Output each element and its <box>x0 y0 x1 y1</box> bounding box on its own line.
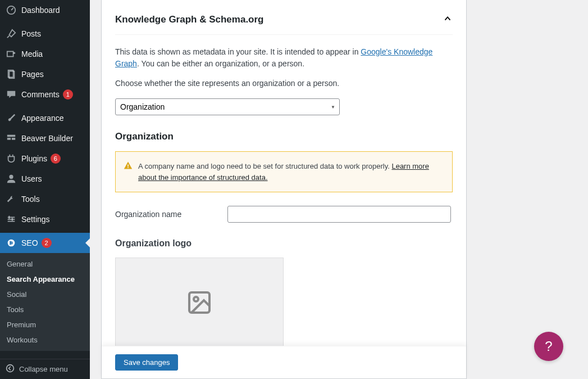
save-changes-button[interactable]: Save changes <box>115 354 178 371</box>
svg-point-8 <box>9 175 13 179</box>
svg-rect-1 <box>7 52 13 57</box>
sidebar-item-label: Settings <box>21 215 50 224</box>
settings-icon <box>6 214 17 225</box>
svg-point-14 <box>8 240 15 247</box>
structured-data-warning: A company name and logo need to be set f… <box>115 151 453 192</box>
warning-icon <box>124 161 133 173</box>
sidebar-item-label: Users <box>21 174 42 183</box>
sub-item-workouts[interactable]: Workouts <box>0 332 90 348</box>
chevron-up-icon[interactable] <box>443 13 453 25</box>
collapse-menu-button[interactable]: Collapse menu <box>0 359 90 379</box>
collapse-icon <box>6 364 15 375</box>
sidebar-item-beaver-builder[interactable]: Beaver Builder <box>0 128 90 148</box>
svg-rect-17 <box>127 167 129 168</box>
comments-badge: 1 <box>63 89 73 100</box>
plugin-icon <box>6 153 17 164</box>
tool-icon <box>6 193 17 205</box>
sidebar-item-media[interactable]: Media <box>0 44 90 64</box>
organization-name-row: Organization name <box>115 206 453 223</box>
sub-item-search-appearance[interactable]: Search Appearance <box>0 272 90 287</box>
sidebar-item-dashboard[interactable]: Dashboard <box>0 0 90 20</box>
sidebar-item-label: Tools <box>21 195 40 204</box>
pin-icon <box>6 28 17 39</box>
svg-rect-6 <box>7 138 11 140</box>
sub-item-general[interactable]: General <box>0 256 90 272</box>
organization-name-label: Organization name <box>115 210 227 219</box>
sidebar-item-settings[interactable]: Settings <box>0 209 90 229</box>
svg-rect-10 <box>8 219 15 220</box>
organization-heading: Organization <box>115 131 453 142</box>
sidebar-item-seo[interactable]: SEO 2 <box>0 233 90 253</box>
sidebar-item-label: Posts <box>21 29 41 38</box>
sidebar-item-label: SEO <box>21 238 38 247</box>
help-icon: ? <box>545 339 552 354</box>
media-icon <box>6 48 17 60</box>
svg-rect-7 <box>12 138 15 140</box>
entity-type-select[interactable]: Organization <box>115 98 340 115</box>
user-icon <box>6 173 17 184</box>
plugins-badge: 6 <box>51 154 61 164</box>
sidebar-item-plugins[interactable]: Plugins 6 <box>0 148 90 169</box>
panel-header[interactable]: Knowledge Graph & Schema.org <box>115 13 453 35</box>
description-text: This data is shown as metadata in your s… <box>115 46 453 70</box>
entity-type-select-wrap: Organization <box>115 98 340 115</box>
svg-point-15 <box>7 365 14 372</box>
seo-icon <box>6 237 17 249</box>
choose-text: Choose whether the site represents an or… <box>115 78 453 89</box>
organization-name-input[interactable] <box>227 206 451 223</box>
main-content: Knowledge Graph & Schema.org This data i… <box>90 0 588 379</box>
sidebar-item-users[interactable]: Users <box>0 169 90 189</box>
seo-badge: 2 <box>42 238 52 248</box>
sidebar-item-label: Comments <box>21 90 60 99</box>
svg-rect-12 <box>9 216 10 219</box>
sidebar-item-posts[interactable]: Posts <box>0 24 90 44</box>
sidebar-item-label: Dashboard <box>21 6 60 15</box>
panel-title: Knowledge Graph & Schema.org <box>115 14 264 25</box>
brush-icon <box>6 112 17 124</box>
organization-logo-uploader[interactable] <box>115 258 284 349</box>
svg-rect-13 <box>12 218 13 220</box>
svg-rect-16 <box>127 164 129 166</box>
sub-item-tools[interactable]: Tools <box>0 302 90 317</box>
help-fab-button[interactable]: ? <box>534 332 563 361</box>
svg-rect-5 <box>7 135 15 137</box>
dashboard-icon <box>6 4 17 16</box>
sub-item-premium[interactable]: Premium <box>0 317 90 332</box>
organization-logo-label: Organization logo <box>115 238 453 249</box>
comment-icon <box>6 89 17 100</box>
admin-sidebar: Dashboard Posts Media Pages Comments 1 A… <box>0 0 90 379</box>
beaver-icon <box>6 133 17 144</box>
sidebar-item-pages[interactable]: Pages <box>0 64 90 84</box>
sidebar-item-label: Plugins <box>21 154 47 163</box>
sidebar-item-appearance[interactable]: Appearance <box>0 108 90 128</box>
seo-submenu: General Search Appearance Social Tools P… <box>0 253 90 351</box>
sidebar-item-tools[interactable]: Tools <box>0 189 90 209</box>
page-icon <box>6 69 17 80</box>
sidebar-item-label: Appearance <box>21 114 64 123</box>
sidebar-item-comments[interactable]: Comments 1 <box>0 84 90 105</box>
sidebar-item-label: Beaver Builder <box>21 134 73 143</box>
knowledge-graph-panel: Knowledge Graph & Schema.org This data i… <box>101 0 467 379</box>
save-bar: Save changes <box>102 346 466 378</box>
sidebar-item-label: Pages <box>21 70 44 79</box>
sub-item-social[interactable]: Social <box>0 287 90 302</box>
svg-point-19 <box>194 297 198 301</box>
sidebar-item-label: Media <box>21 49 43 58</box>
image-placeholder-icon <box>186 289 213 318</box>
svg-rect-11 <box>8 221 15 222</box>
collapse-label: Collapse menu <box>19 365 68 373</box>
svg-point-2 <box>13 52 16 54</box>
